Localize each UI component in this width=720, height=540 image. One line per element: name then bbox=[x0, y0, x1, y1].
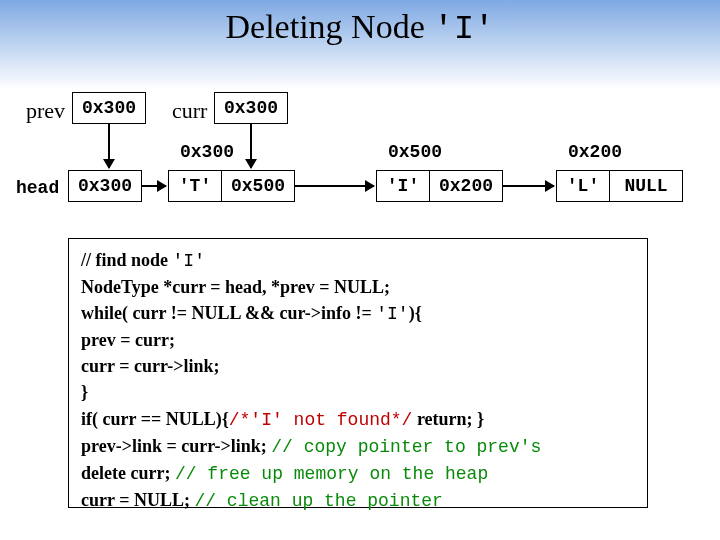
prev-label: prev bbox=[26, 98, 65, 124]
node0-info: 'T' bbox=[168, 170, 222, 202]
code-line-1: // find node 'I' bbox=[81, 247, 635, 274]
code-line-10: curr = NULL; // clean up the pointer bbox=[81, 487, 635, 514]
node2-info: 'L' bbox=[556, 170, 610, 202]
curr-box: 0x300 bbox=[214, 92, 288, 124]
slide: Deleting Node 'I' prev 0x300 curr 0x300 … bbox=[0, 0, 720, 540]
node2-link: NULL bbox=[609, 170, 683, 202]
code-line-4: prev = curr; bbox=[81, 327, 635, 353]
addr-1: 0x500 bbox=[388, 142, 442, 162]
addr-0: 0x300 bbox=[180, 142, 234, 162]
code-line-7: if( curr == NULL){/*'I' not found*/ retu… bbox=[81, 406, 635, 433]
prev-box: 0x300 bbox=[72, 92, 146, 124]
code-line-2: NodeType *curr = head, *prev = NULL; bbox=[81, 274, 635, 300]
addr-2: 0x200 bbox=[568, 142, 622, 162]
title-text: Deleting Node bbox=[226, 8, 434, 45]
code-line-8: prev->link = curr->link; // copy pointer… bbox=[81, 433, 635, 460]
page-title: Deleting Node 'I' bbox=[0, 8, 720, 48]
node0-link: 0x500 bbox=[221, 170, 295, 202]
code-line-6: } bbox=[81, 379, 635, 405]
head-box: 0x300 bbox=[68, 170, 142, 202]
code-line-9: delete curr; // free up memory on the he… bbox=[81, 460, 635, 487]
arrow-prev-down bbox=[108, 124, 110, 168]
head-label: head bbox=[16, 178, 59, 198]
code-box: // find node 'I' NodeType *curr = head, … bbox=[68, 238, 648, 508]
node1-link: 0x200 bbox=[429, 170, 503, 202]
title-mono: 'I' bbox=[433, 10, 494, 48]
curr-label: curr bbox=[172, 98, 207, 124]
node1-info: 'I' bbox=[376, 170, 430, 202]
arrow-node0-node1 bbox=[295, 185, 374, 187]
arrow-curr-down bbox=[250, 124, 252, 168]
code-line-3: while( curr != NULL && cur->info != 'I')… bbox=[81, 300, 635, 327]
arrow-node1-node2 bbox=[503, 185, 554, 187]
code-line-5: curr = curr->link; bbox=[81, 353, 635, 379]
arrow-head-node0 bbox=[142, 185, 166, 187]
